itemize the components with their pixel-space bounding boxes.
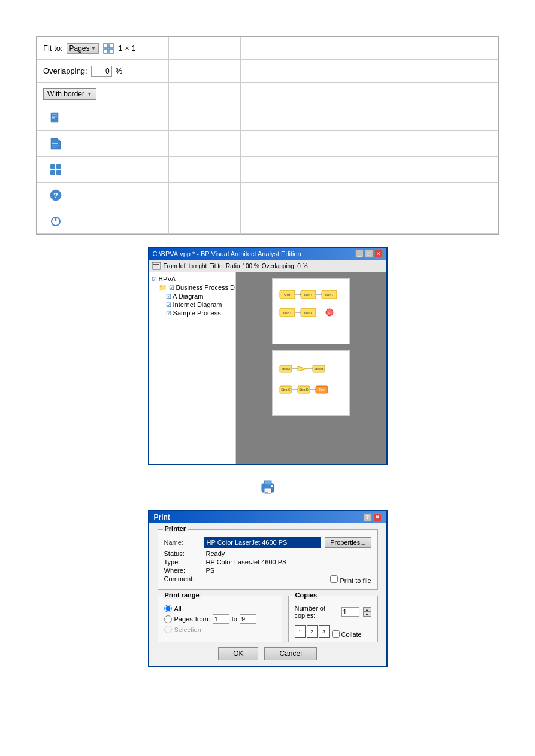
status-row: Status: Ready (164, 550, 371, 557)
selection-label: Selection (174, 626, 201, 633)
copies-down-button[interactable]: ▼ (363, 612, 371, 617)
svg-rect-0 (104, 44, 108, 48)
power-icon[interactable] (49, 214, 62, 227)
svg-rect-59 (265, 492, 268, 493)
num-copies-input[interactable] (341, 607, 359, 617)
svg-rect-7 (52, 117, 55, 119)
tree-item-bpva: ☑ BPVA (152, 275, 233, 283)
status-value: Ready (206, 550, 225, 557)
toolbar-overlap: Overlapping: 0 % (262, 263, 308, 269)
svg-text:Step B: Step B (314, 367, 324, 371)
print-to-file-label: Print to file (340, 577, 371, 584)
svg-marker-42 (298, 366, 307, 371)
document-icon[interactable] (49, 137, 62, 150)
print-preview-row (37, 105, 498, 131)
collate-label: Collate (341, 631, 362, 638)
document-row (37, 131, 498, 157)
selection-radio[interactable] (164, 626, 172, 633)
overlapping-row: Overlapping: % (37, 60, 498, 83)
app-window: C:\BPVA.vpp * - BP Visual Architect Anal… (148, 247, 388, 465)
type-row: Type: HP Color LaserJet 4600 PS (164, 558, 371, 566)
app-window-container: C:\BPVA.vpp * - BP Visual Architect Anal… (148, 247, 388, 465)
controls-table: Fit to: Pages ▼ (37, 37, 498, 234)
fit-label: Fit to: (43, 44, 63, 53)
overlapping-input[interactable] (91, 66, 112, 77)
svg-text:Start: Start (283, 293, 290, 297)
svg-rect-12 (52, 147, 56, 147)
grid-view-icon[interactable] (49, 163, 62, 176)
tree-item-internet: ☑ Internet Diagram (152, 300, 233, 309)
svg-text:Step D: Step D (299, 388, 309, 391)
app-canvas: Start Task 1 Task 2 Task 3 Task 4 E (236, 272, 386, 464)
svg-rect-3 (109, 49, 113, 53)
titlebar-buttons: _ □ ✕ (355, 250, 383, 258)
svg-rect-58 (265, 491, 270, 491)
pages-dropdown[interactable]: Pages ▼ (67, 43, 99, 54)
printer-name-dropdown[interactable]: HP Color LaserJet 4600 PS (204, 537, 322, 548)
tree-item-bpd: 📁 ☑ Business Process Diagram (3) (152, 283, 233, 292)
dialog-help-button[interactable]: ? (364, 513, 372, 521)
from-input[interactable] (213, 614, 229, 624)
print-button[interactable] (258, 477, 277, 498)
diagram-page-2: Step A Step B Step C Step D End (272, 350, 350, 416)
collate-area: 1 2 3 Collate (295, 623, 371, 638)
minimize-button[interactable]: _ (355, 250, 364, 258)
diagram-page-1: Start Task 1 Task 2 Task 3 Task 4 E (272, 278, 350, 344)
printer-section: Printer Name: HP Color LaserJet 4600 PS … (158, 529, 378, 590)
toolbar-icon-1 (152, 261, 161, 271)
where-value: PS (206, 567, 215, 574)
with-border-dropdown[interactable]: With border ▼ (43, 88, 96, 100)
overlapping-label: Overlapping: (43, 66, 87, 75)
svg-rect-22 (153, 264, 159, 265)
print-preview-icon[interactable] (49, 111, 62, 125)
dropdown-arrow-icon: ▼ (91, 45, 96, 51)
grid-dimensions: 1 × 1 (118, 44, 135, 53)
all-radio[interactable] (164, 605, 172, 612)
all-label: All (174, 605, 182, 612)
ok-button[interactable]: OK (218, 647, 258, 660)
print-range-label: Print range (163, 591, 201, 599)
copies-spinner: ▲ ▼ (363, 607, 371, 617)
where-row: Where: PS (164, 567, 371, 574)
from-label: from: (195, 615, 210, 623)
with-border-label: With border (47, 90, 84, 98)
grid-layout-icon (102, 42, 114, 54)
svg-rect-2 (104, 49, 108, 53)
svg-point-60 (271, 485, 273, 487)
fit-to-row: Fit to: Pages ▼ (37, 37, 498, 60)
to-input[interactable] (240, 614, 256, 624)
svg-rect-55 (264, 481, 271, 485)
toolbar-zoom: 100 % (242, 263, 259, 269)
num-copies-label: Number of copies: (295, 605, 338, 619)
dialog-close-button[interactable]: ✕ (373, 513, 382, 521)
svg-text:Task 3: Task 3 (282, 311, 291, 315)
svg-text:End: End (319, 388, 324, 391)
app-sidebar: ☑ BPVA 📁 ☑ Business Process Diagram (3) … (149, 272, 236, 464)
svg-marker-9 (58, 138, 61, 141)
app-title: C:\BPVA.vpp * - BP Visual Architect Anal… (153, 250, 301, 257)
svg-text:Task 1: Task 1 (303, 293, 312, 297)
all-radio-row: All (164, 605, 276, 612)
dialog-titlebar-buttons: ? ✕ (364, 513, 382, 521)
border-row: With border ▼ (37, 83, 498, 105)
num-copies-row: Number of copies: ▲ ▼ (295, 605, 371, 619)
svg-rect-23 (153, 266, 158, 266)
tree-item-sample: ☑ Sample Process (152, 309, 233, 317)
pages-radio[interactable] (164, 615, 172, 623)
printer-section-label: Printer (163, 525, 188, 532)
maximize-button[interactable]: □ (365, 250, 373, 258)
close-button[interactable]: ✕ (374, 250, 383, 258)
cancel-button[interactable]: Cancel (264, 647, 316, 660)
status-label: Status: (164, 550, 206, 557)
copies-up-button[interactable]: ▲ (363, 607, 371, 612)
properties-button[interactable]: Properties... (325, 537, 371, 548)
collate-checkbox[interactable] (332, 630, 340, 638)
toolbar-text: From left to right (164, 263, 207, 269)
where-label: Where: (164, 567, 206, 574)
svg-rect-6 (52, 116, 57, 117)
print-to-file-checkbox[interactable] (330, 575, 338, 583)
copies-section-label: Copies (294, 591, 319, 599)
selection-radio-row: Selection (164, 626, 276, 633)
help-icon[interactable]: ? (49, 189, 62, 202)
print-range-section: Print range All Pages from: to (158, 596, 282, 642)
